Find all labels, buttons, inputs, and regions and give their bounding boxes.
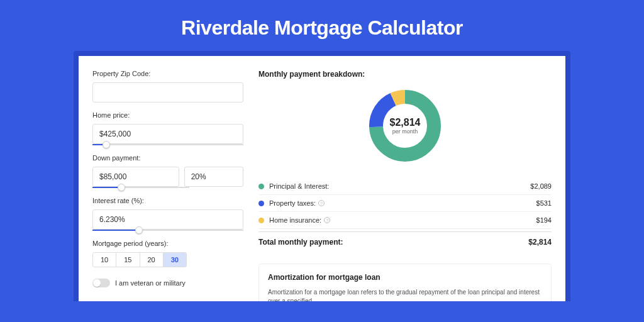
total-label: Total monthly payment: xyxy=(258,238,528,247)
home-price-group: Home price: xyxy=(92,111,243,145)
breakdown-value: $194 xyxy=(536,216,552,224)
dot-icon xyxy=(258,218,264,223)
dot-icon xyxy=(258,184,264,189)
results-column: Monthly payment breakdown: $2,814 per mo… xyxy=(258,70,552,301)
period-tab-30[interactable]: 30 xyxy=(164,253,186,267)
total-value: $2,814 xyxy=(528,238,552,247)
calculator-panel: Property Zip Code: Home price: Down paym… xyxy=(79,56,565,301)
donut-wrap: $2,814 per month xyxy=(258,89,552,163)
amortization-text: Amortization for a mortgage loan refers … xyxy=(268,288,542,301)
total-row: Total monthly payment: $2,814 xyxy=(258,231,552,252)
down-payment-slider-thumb[interactable] xyxy=(118,184,125,191)
down-payment-group: Down payment: xyxy=(92,154,243,188)
interest-input[interactable] xyxy=(92,209,243,230)
veteran-toggle-knob xyxy=(93,279,101,287)
period-label: Mortgage period (years): xyxy=(92,240,243,247)
amortization-heading: Amortization for mortgage loan xyxy=(268,273,542,282)
interest-slider-thumb[interactable] xyxy=(135,226,143,234)
interest-group: Interest rate (%): xyxy=(92,197,243,231)
interest-label: Interest rate (%): xyxy=(92,197,243,204)
period-tab-15[interactable]: 15 xyxy=(116,253,140,267)
home-price-slider-thumb[interactable] xyxy=(103,141,110,148)
down-payment-label: Down payment: xyxy=(92,154,243,162)
info-icon[interactable]: ? xyxy=(318,200,325,206)
breakdown-heading: Monthly payment breakdown: xyxy=(258,70,552,79)
breakdown-row-principal: Principal & Interest: $2,089 xyxy=(258,178,552,195)
inputs-column: Property Zip Code: Home price: Down paym… xyxy=(92,70,243,301)
donut-amount: $2,814 xyxy=(390,117,421,128)
donut-sub: per month xyxy=(390,128,421,135)
donut-center: $2,814 per month xyxy=(390,117,421,135)
veteran-toggle[interactable] xyxy=(92,279,110,287)
period-tab-10[interactable]: 10 xyxy=(93,253,116,267)
calculator-frame: Property Zip Code: Home price: Down paym… xyxy=(74,51,570,301)
dot-icon xyxy=(258,201,264,206)
zip-label: Property Zip Code: xyxy=(92,70,243,77)
veteran-label: I am veteran or military xyxy=(115,279,186,287)
breakdown-label: Principal & Interest: xyxy=(269,182,530,190)
down-payment-slider[interactable] xyxy=(92,187,189,188)
period-group: Mortgage period (years): 10 15 20 30 xyxy=(92,240,243,267)
breakdown-label: Property taxes: ? xyxy=(269,199,536,207)
zip-field-group: Property Zip Code: xyxy=(92,70,243,103)
amortization-card: Amortization for mortgage loan Amortizat… xyxy=(258,264,552,301)
home-price-label: Home price: xyxy=(92,111,243,119)
home-price-slider[interactable] xyxy=(92,144,243,145)
down-payment-amount-input[interactable] xyxy=(92,167,179,187)
period-tab-20[interactable]: 20 xyxy=(140,253,164,267)
page-title: Riverdale Mortgage Calculator xyxy=(0,0,644,51)
home-price-input[interactable] xyxy=(92,124,243,144)
info-icon[interactable]: ? xyxy=(324,217,330,223)
breakdown-value: $531 xyxy=(536,199,552,207)
payment-donut-chart: $2,814 per month xyxy=(368,89,442,163)
veteran-row: I am veteran or military xyxy=(92,279,243,287)
zip-input[interactable] xyxy=(92,82,243,103)
down-payment-pct-input[interactable] xyxy=(184,167,243,187)
breakdown-row-taxes: Property taxes: ? $531 xyxy=(258,195,552,212)
breakdown-value: $2,089 xyxy=(530,182,552,190)
breakdown-row-insurance: Home insurance: ? $194 xyxy=(258,212,552,229)
period-tabs: 10 15 20 30 xyxy=(92,252,187,267)
breakdown-label: Home insurance: ? xyxy=(269,216,536,224)
interest-slider[interactable] xyxy=(92,230,243,231)
